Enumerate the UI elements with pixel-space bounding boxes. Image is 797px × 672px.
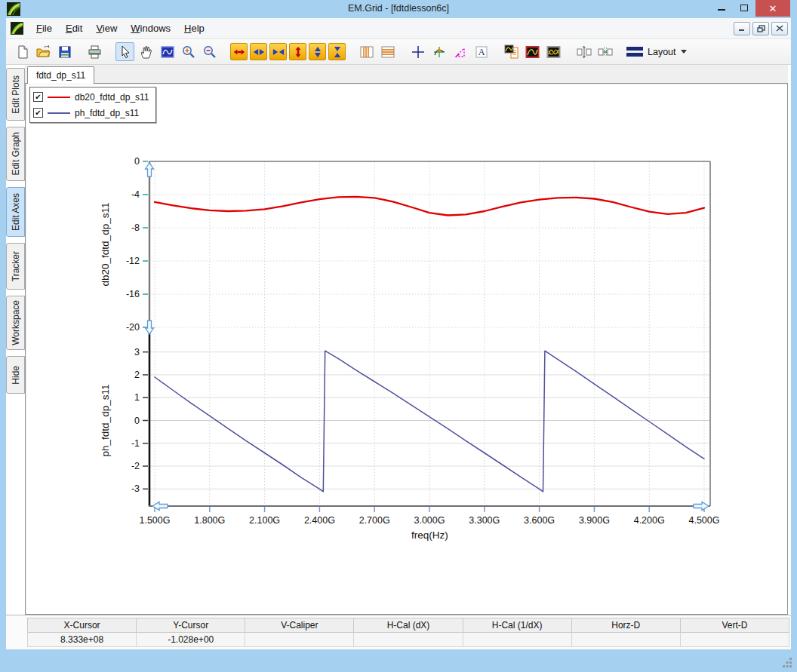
side-tab-tracker[interactable]: Tracker [6, 243, 25, 290]
title-bar[interactable]: EM.Grid - [fdtdlesson6c] ✕ [0, 0, 797, 18]
legend-line-sample [48, 112, 70, 114]
menu-edit[interactable]: Edit [59, 20, 89, 37]
maximize-icon [740, 5, 748, 11]
toolbar: A [6, 39, 791, 65]
slope-caliper-button[interactable] [451, 42, 469, 61]
zoom-out-button[interactable] [200, 42, 219, 61]
plot-style-multi-button[interactable] [544, 42, 563, 61]
document-tab-bar: fdtd_dp_s11 [25, 65, 788, 83]
svg-text:db20_fdtd_dp_s11: db20_fdtd_dp_s11 [100, 203, 111, 287]
legend-box[interactable]: ✔db20_fdtd_dp_s11✔ph_fdtd_dp_s11 [29, 87, 156, 123]
svg-text:-3: -3 [131, 483, 140, 494]
close-icon: ✕ [769, 3, 777, 14]
copy-plot-to-report-button[interactable] [502, 42, 521, 61]
horizontal-gridlines-button[interactable] [378, 42, 397, 61]
y-compress-icon [331, 46, 343, 58]
status-col-h-cal-dx-: H-Cal (dX) [354, 618, 463, 633]
close-button[interactable]: ✕ [755, 0, 790, 17]
zoom-window-button[interactable] [158, 42, 177, 61]
horizontal-spacing-button[interactable] [595, 42, 614, 61]
status-bar: X-CursorY-CursorV-CaliperH-Cal (dX)H-Cal… [6, 615, 791, 649]
svg-text:2.400G: 2.400G [304, 515, 335, 526]
status-col-y-cursor: Y-Cursor [137, 618, 245, 633]
zoom-in-button[interactable] [179, 42, 198, 61]
chart-panel: ✔db20_fdtd_dp_s11✔ph_fdtd_dp_s11 0-4-8-1… [25, 83, 788, 615]
side-tab-label: Hide [11, 366, 21, 385]
chevron-down-icon [681, 50, 687, 54]
y-autoscale-icon [292, 46, 304, 58]
plot-style-dark-icon [525, 45, 540, 59]
svg-text:3.000G: 3.000G [414, 515, 445, 526]
app-logo-small-icon [11, 22, 23, 35]
legend-entry-db20_fdtd_dp_s11: ✔db20_fdtd_dp_s11 [33, 90, 149, 104]
print-button[interactable] [85, 42, 104, 61]
mdi-close-icon [776, 25, 783, 32]
legend-line-sample [48, 97, 70, 98]
crosshair-cursor-button[interactable] [408, 42, 427, 61]
svg-text:1.800G: 1.800G [194, 515, 225, 526]
x-expand-button[interactable] [250, 43, 267, 60]
y-autoscale-button[interactable] [289, 43, 306, 60]
status-col-v-caliper: V-Caliper [245, 618, 354, 633]
save-button[interactable] [55, 42, 74, 61]
maximize-button[interactable] [733, 0, 755, 15]
select-pointer-button[interactable] [115, 42, 134, 61]
svg-text:3.600G: 3.600G [524, 515, 555, 526]
y-compress-button[interactable] [328, 43, 346, 60]
y-expand-icon [312, 46, 324, 58]
legend-checkbox[interactable]: ✔ [33, 92, 43, 102]
x-autoscale-button[interactable] [230, 43, 248, 60]
tab-fdtd-dp-s11[interactable]: fdtd_dp_s11 [27, 66, 94, 84]
select-pointer-icon [119, 45, 131, 59]
legend-label: ph_fdtd_dp_s11 [75, 108, 139, 118]
menu-help[interactable]: Help [177, 20, 211, 37]
side-tab-hide[interactable]: Hide [6, 356, 25, 394]
side-tab-workspace[interactable]: Workspace [6, 296, 25, 350]
tracker-cursor-icon [432, 45, 446, 59]
plot-style-dark-button[interactable] [523, 42, 542, 61]
layout-icon [626, 47, 643, 57]
y-expand-button[interactable] [309, 43, 326, 60]
svg-text:-2: -2 [131, 461, 140, 471]
window-frame-left [0, 18, 6, 649]
slope-caliper-icon [454, 45, 467, 59]
mdi-restore-button[interactable] [752, 22, 769, 35]
vertical-spacing-button[interactable] [574, 42, 593, 61]
menu-bar: FileEditViewWindowsHelp [6, 18, 791, 39]
tracker-cursor-button[interactable] [429, 42, 448, 61]
legend-label: db20_fdtd_dp_s11 [75, 92, 149, 103]
menu-windows[interactable]: Windows [124, 20, 177, 37]
plot-document: fdtd_dp_s11 ✔db20_fdtd_dp_s11✔ph_fdtd_dp… [25, 65, 788, 615]
pan-hand-button[interactable] [137, 42, 155, 61]
legend-checkbox[interactable]: ✔ [33, 108, 43, 118]
chart[interactable]: 0-4-8-12-16-203210-1-2-31.500G1.800G2.10… [26, 84, 787, 614]
cursor-readout-table: X-CursorY-CursorV-CaliperH-Cal (dX)H-Cal… [27, 618, 789, 647]
doc-tab-label: fdtd_dp_s11 [36, 70, 85, 81]
status-value-1: -1.028e+00 [137, 633, 245, 647]
open-file-icon [36, 45, 51, 59]
mdi-minimize-button[interactable] [734, 22, 750, 35]
resize-grip[interactable] [783, 658, 792, 667]
side-tab-edit-plots[interactable]: Edit Plots [6, 68, 25, 121]
layout-dropdown-button[interactable]: Layout [621, 42, 692, 62]
pan-hand-icon [140, 45, 153, 59]
menu-file[interactable]: File [29, 20, 59, 37]
svg-text:-1: -1 [131, 438, 140, 449]
app-window: EM.Grid - [fdtdlesson6c] ✕ FileEditViewW… [0, 0, 797, 672]
x-compress-button[interactable] [269, 43, 287, 60]
side-tab-edit-axes[interactable]: Edit Axes [6, 187, 25, 237]
mdi-close-button[interactable] [771, 22, 788, 35]
vertical-gridlines-button[interactable] [357, 42, 376, 61]
status-col-horz-d: Horz-D [571, 618, 680, 633]
open-file-button[interactable] [34, 42, 53, 61]
add-text-icon: A [475, 45, 488, 59]
minimize-button[interactable] [710, 0, 733, 15]
horizontal-spacing-icon [598, 45, 613, 59]
svg-text:4.500G: 4.500G [688, 515, 719, 526]
side-tab-edit-graph[interactable]: Edit Graph [6, 127, 25, 181]
legend-entry-ph_fdtd_dp_s11: ✔ph_fdtd_dp_s11 [33, 106, 149, 120]
add-text-button[interactable]: A [472, 42, 491, 61]
menu-view[interactable]: View [89, 20, 124, 37]
new-document-button[interactable] [13, 42, 32, 61]
x-autoscale-icon [233, 46, 245, 58]
